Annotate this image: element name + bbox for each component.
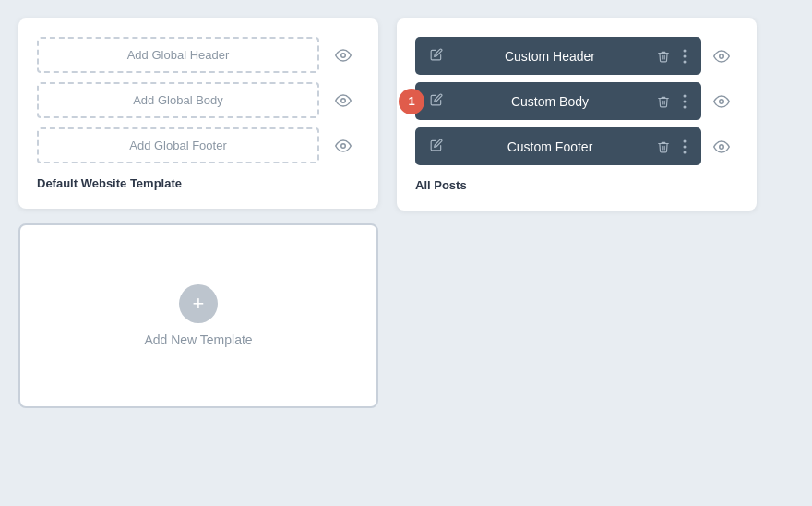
- custom-body-row: Custom Body: [415, 82, 701, 120]
- svg-point-4: [684, 54, 687, 57]
- svg-point-9: [684, 105, 687, 108]
- svg-point-6: [720, 54, 724, 58]
- custom-footer-trash-button[interactable]: [653, 139, 674, 155]
- svg-point-12: [684, 145, 687, 148]
- all-posts-card: Custom Header: [397, 18, 757, 211]
- global-footer-eye-button[interactable]: [327, 129, 360, 163]
- eye-icon: [335, 92, 352, 109]
- svg-point-7: [684, 94, 687, 97]
- more-icon: [683, 94, 687, 109]
- edit-icon: [430, 48, 443, 61]
- more-icon: [683, 139, 687, 154]
- left-column: Add Global Header Add Global Body Add Gl…: [18, 18, 378, 408]
- svg-point-0: [341, 53, 346, 57]
- svg-point-8: [684, 100, 687, 102]
- custom-body-actions: [653, 92, 690, 111]
- custom-header-actions: [653, 47, 690, 66]
- custom-header-trash-button[interactable]: [653, 48, 674, 65]
- custom-header-label: Custom Header: [454, 49, 646, 64]
- step-badge: 1: [399, 89, 424, 114]
- eye-icon: [713, 93, 730, 110]
- global-body-eye-button[interactable]: [327, 84, 360, 117]
- svg-point-10: [720, 99, 724, 103]
- custom-header-row: Custom Header: [415, 37, 701, 75]
- trash-icon: [657, 50, 670, 63]
- edit-icon: [430, 139, 443, 151]
- svg-point-1: [341, 98, 346, 102]
- custom-footer-actions: [653, 138, 690, 156]
- eye-icon: [713, 139, 730, 155]
- edit-icon: [430, 93, 443, 106]
- global-footer-row: Add Global Footer: [37, 127, 360, 163]
- eye-icon: [335, 47, 352, 64]
- svg-point-3: [684, 49, 687, 52]
- add-new-template-card[interactable]: + Add New Template: [18, 223, 378, 408]
- add-template-icon: +: [179, 284, 218, 323]
- global-body-row: Add Global Body: [37, 82, 360, 118]
- all-posts-label: All Posts: [415, 178, 738, 192]
- custom-footer-more-button[interactable]: [679, 138, 690, 156]
- custom-header-eye-button[interactable]: [705, 40, 738, 73]
- add-global-footer-button[interactable]: Add Global Footer: [37, 127, 319, 163]
- svg-point-11: [684, 139, 687, 142]
- eye-icon: [713, 48, 730, 65]
- custom-header-edit-button[interactable]: [426, 46, 447, 66]
- custom-footer-label: Custom Footer: [454, 139, 646, 154]
- custom-footer-eye-button[interactable]: [705, 130, 738, 163]
- global-header-eye-button[interactable]: [327, 39, 360, 72]
- global-header-row: Add Global Header: [37, 37, 360, 73]
- default-template-card: Add Global Header Add Global Body Add Gl…: [18, 18, 378, 209]
- trash-icon: [657, 95, 670, 108]
- custom-body-label: Custom Body: [454, 94, 646, 109]
- trash-icon: [657, 140, 670, 153]
- add-template-label: Add New Template: [144, 332, 252, 347]
- custom-body-edit-button[interactable]: [426, 91, 447, 111]
- custom-body-eye-button[interactable]: [705, 85, 738, 118]
- default-template-label: Default Website Template: [37, 176, 360, 190]
- more-icon: [683, 49, 687, 64]
- custom-header-more-button[interactable]: [679, 47, 690, 66]
- custom-body-trash-button[interactable]: [653, 93, 674, 110]
- right-column: Custom Header: [397, 18, 757, 211]
- svg-point-2: [341, 143, 346, 148]
- svg-point-5: [684, 60, 687, 63]
- custom-body-more-button[interactable]: [679, 92, 690, 111]
- custom-footer-edit-button[interactable]: [426, 137, 447, 156]
- add-global-body-button[interactable]: Add Global Body: [37, 82, 319, 118]
- add-global-header-button[interactable]: Add Global Header: [37, 37, 319, 73]
- svg-point-14: [720, 144, 724, 149]
- eye-icon: [335, 138, 352, 154]
- svg-point-13: [684, 151, 687, 153]
- custom-footer-row: Custom Footer: [415, 127, 701, 165]
